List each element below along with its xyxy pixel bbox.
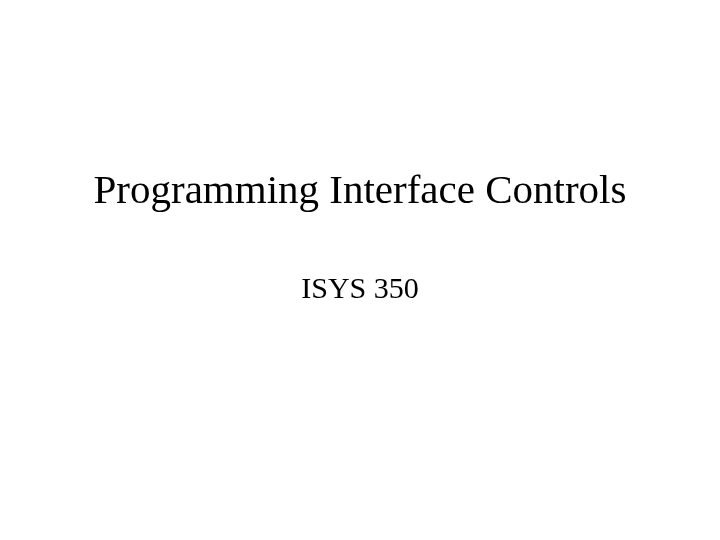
slide-subtitle: ISYS 350 (301, 271, 419, 305)
slide-title: Programming Interface Controls (94, 165, 627, 213)
